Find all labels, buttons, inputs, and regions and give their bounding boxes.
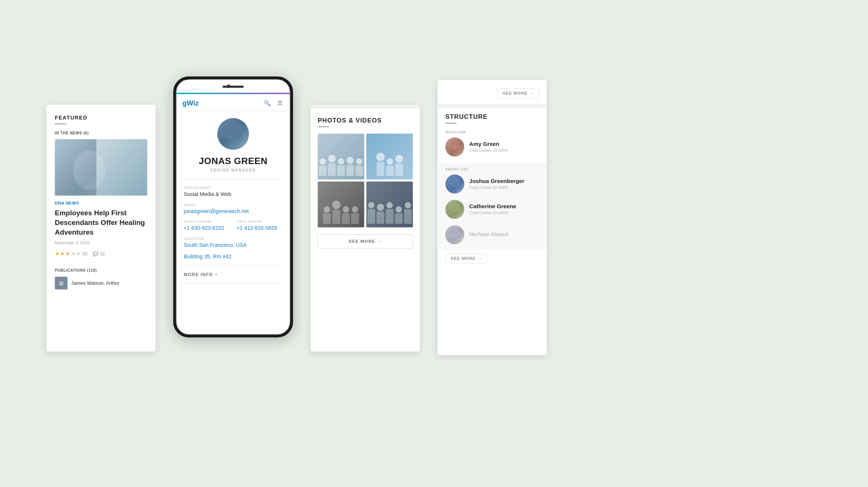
photo-4-people: [366, 182, 413, 227]
email-value[interactable]: jonasgreen@genentech.net: [184, 208, 283, 214]
star-5: ★: [76, 250, 80, 256]
peer-1-row[interactable]: Joshua Greenberger Cost Center ID (###): [445, 174, 539, 193]
peer-2-avatar: [445, 200, 464, 219]
pub-icon: ▤: [55, 277, 68, 290]
see-more-bottom-button[interactable]: SEE MORE →: [445, 254, 487, 264]
photo-person: [337, 158, 345, 176]
work-phone-value[interactable]: +1 630-923-8102: [184, 225, 230, 231]
end-divider: [184, 283, 283, 283]
profile-avatar: [217, 118, 249, 150]
profile-avatar-wrap: [184, 118, 283, 150]
photo-3-people: [318, 182, 364, 227]
photo-person: [332, 200, 341, 224]
manager-avatar: [445, 137, 464, 156]
peer-1-name: Joshua Greenberger: [469, 178, 525, 184]
structure-title: STRUCTURE: [445, 113, 539, 121]
peer-3-row[interactable]: Hicham Alaoui: [445, 225, 539, 244]
news-headline[interactable]: Employees Help First Descendants Offer H…: [55, 208, 147, 237]
dept-label: DEPARTMENT: [184, 186, 283, 190]
cell-phone-col: CELL PHONE +1 412-820-5829: [237, 220, 283, 237]
search-icon[interactable]: 🔍: [263, 99, 271, 107]
phone-nav: gWiz 🔍 ☰: [176, 94, 290, 111]
phone-speaker: [223, 86, 244, 88]
phone-shell: gWiz 🔍 ☰ JONAS GREEN SENIOR MANAGER DEPA…: [173, 76, 293, 337]
publications-label: PUBLICATIONS (110): [55, 268, 147, 272]
photo-person: [342, 206, 350, 224]
photos-see-more-button[interactable]: SEE MORE →: [318, 235, 413, 249]
photo-grid: [318, 134, 413, 228]
photo-1-people: [318, 134, 364, 180]
dna-tag: DNA NEWS: [55, 200, 147, 205]
peer-3-info: Hicham Alaoui: [469, 231, 508, 238]
peer-2-row[interactable]: Catherine Greene Cost Center ID (###): [445, 200, 539, 219]
chevron-down-icon: ▾: [215, 272, 217, 276]
scene: FEATURED IN THE NEWS (6) DNA NEWS Employ…: [46, 76, 822, 394]
photo-person: [367, 202, 375, 224]
email-label: EMAIL: [184, 203, 283, 206]
app-logo[interactable]: gWiz: [183, 99, 199, 107]
manager-name: Amy Green: [469, 141, 508, 147]
phone-device: gWiz 🔍 ☰ JONAS GREEN SENIOR MANAGER DEPA…: [173, 76, 293, 337]
pub-author: James Watson, Arthur: [71, 280, 119, 286]
more-info-label: MORE INFO: [184, 272, 213, 277]
dept-value: Social Media & Web: [184, 191, 283, 197]
see-more-bottom: SEE MORE →: [445, 255, 539, 261]
star-4: ★: [71, 250, 75, 256]
phone-home-button[interactable]: [225, 337, 241, 337]
menu-icon[interactable]: ☰: [276, 99, 284, 107]
profile-divider: [184, 179, 283, 179]
photo-person: [351, 206, 359, 224]
photo-4[interactable]: [366, 182, 413, 227]
cell-phone-value[interactable]: +1 412-820-5829: [237, 225, 283, 231]
photo-2-people: [366, 134, 413, 180]
news-panel: FEATURED IN THE NEWS (6) DNA NEWS Employ…: [46, 105, 156, 352]
location-city[interactable]: South San Francisco, USA: [184, 242, 283, 248]
photo-1[interactable]: [318, 134, 364, 180]
photos-top-bar: [311, 105, 420, 108]
photo-person: [346, 157, 354, 176]
see-more-top-button[interactable]: SEE MORE →: [497, 88, 539, 98]
peer-2-sub: Cost Center ID (###): [469, 210, 516, 215]
in-the-news-label: IN THE NEWS (6): [55, 131, 147, 135]
star-3: ★: [65, 250, 70, 256]
featured-divider: [55, 123, 66, 124]
manager-row[interactable]: Amy Green Cost Center ID (###): [445, 137, 539, 156]
photo-person: [355, 158, 363, 176]
peers-label: PEERS (16): [445, 167, 539, 171]
news-date: November 3, 2015: [55, 241, 147, 245]
featured-label: FEATURED: [55, 115, 147, 121]
comment-count: 💬 32: [93, 251, 105, 256]
star-1: ★: [55, 250, 59, 256]
star-rating: ★ ★ ★ ★ ★ 92: [55, 250, 88, 256]
work-phone-col: WORK PHONE +1 630-923-8102: [184, 220, 230, 237]
location-label: LOCATION: [184, 236, 283, 240]
manager-info: Amy Green Cost Center ID (###): [469, 141, 508, 153]
cell-phone-label: CELL PHONE: [237, 220, 283, 223]
more-info-button[interactable]: MORE INFO ▾: [184, 272, 283, 277]
peer-1-info: Joshua Greenberger Cost Center ID (###): [469, 178, 525, 190]
work-phone-label: WORK PHONE: [184, 220, 230, 223]
nav-icons: 🔍 ☰: [263, 99, 284, 107]
photo-person: [395, 206, 403, 224]
news-meta: ★ ★ ★ ★ ★ 92 💬 32: [55, 250, 147, 256]
profile-title: SENIOR MANAGER: [184, 168, 283, 172]
photo-2[interactable]: [366, 134, 413, 180]
location-building[interactable]: Building 35, Rm #42: [184, 254, 283, 259]
peer-2-info: Catherine Greene Cost Center ID (###): [469, 203, 516, 215]
publication-item[interactable]: ▤ James Watson, Arthur: [55, 277, 147, 290]
peer-1-sub: Cost Center ID (###): [469, 185, 525, 190]
photo-3[interactable]: [318, 182, 364, 227]
structure-divider: [445, 122, 456, 124]
photo-person: [328, 155, 336, 176]
phone-content: JONAS GREEN SENIOR MANAGER DEPARTMENT So…: [176, 111, 290, 297]
rating-count: 92: [83, 251, 88, 256]
peer-3-avatar: [445, 225, 464, 244]
photos-divider: [318, 126, 329, 127]
bottom-divider: [184, 265, 283, 265]
photo-person: [386, 158, 394, 176]
see-more-top: SEE MORE →: [445, 88, 539, 98]
photo-person: [404, 202, 412, 224]
peer-3-name: Hicham Alaoui: [469, 231, 508, 238]
star-2: ★: [60, 250, 65, 256]
photos-panel: PHOTOS & VIDEOS: [311, 105, 420, 352]
